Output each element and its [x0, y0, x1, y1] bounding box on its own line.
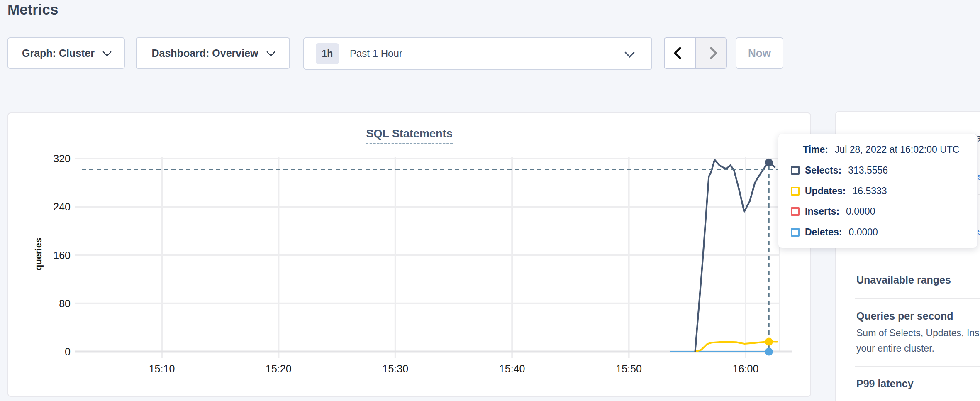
hover-dot-selects — [765, 159, 773, 166]
x-tick-label: 15:50 — [616, 363, 642, 374]
chevron-down-icon — [624, 47, 634, 57]
dashboard-dropdown[interactable]: Dashboard: Overview — [136, 37, 290, 69]
tooltip-series-value: 16.5333 — [852, 186, 887, 197]
tooltip-time-label: Time: — [803, 144, 828, 155]
tooltip-series-value: 0.0000 — [846, 206, 875, 217]
time-range-badge: 1h — [316, 43, 339, 64]
divider — [855, 366, 980, 367]
tooltip-series-label: Updates: — [805, 186, 846, 197]
x-tick-label: 15:30 — [383, 363, 409, 374]
x-tick-label: 15:40 — [499, 363, 525, 374]
chevron-down-icon — [266, 47, 275, 57]
x-tick-label: 15:10 — [149, 363, 175, 374]
series-swatch-icon — [791, 228, 800, 237]
tooltip-series-row: Inserts:0.0000 — [791, 206, 977, 217]
tooltip-time-row: Time: Jul 28, 2022 at 16:02:00 UTC — [803, 144, 977, 155]
tooltip-series-row: Updates:16.5333 — [791, 186, 977, 197]
divider — [855, 298, 980, 299]
hover-dot-updates — [765, 337, 773, 345]
chevron-down-icon — [102, 47, 112, 57]
tooltip-time-value: Jul 28, 2022 at 16:02:00 UTC — [835, 144, 959, 155]
tooltip-series-label: Inserts: — [805, 206, 839, 217]
qps-description-line2: your entire cluster. — [856, 341, 980, 356]
tooltip-series-label: Selects: — [805, 165, 841, 176]
series-swatch-icon — [791, 187, 800, 196]
chevron-left-icon — [673, 46, 686, 59]
hover-dot-deletes — [765, 348, 773, 356]
sql-statements-chart[interactable]: 15:1015:2015:3015:4015:5016:000801602403… — [8, 113, 812, 398]
sql-statements-card: SQL Statements queries 15:1015:2015:3015… — [7, 112, 811, 397]
summary-item-unavailable-ranges: Unavailable ranges — [856, 274, 951, 286]
next-range-button[interactable] — [695, 38, 726, 68]
time-range-selector[interactable]: 1h Past 1 Hour — [303, 37, 652, 70]
tooltip-series-row: Deletes:0.0000 — [791, 227, 977, 238]
summary-qps-description: Sum of Selects, Updates, Inser your enti… — [856, 325, 980, 356]
tooltip-series-label: Deletes: — [805, 227, 842, 238]
metrics-page: { "page": { "title": "Metrics" }, "toolb… — [0, 0, 980, 401]
y-tick-label: 0 — [65, 346, 71, 357]
graph-scope-label: Graph: Cluster — [22, 47, 95, 59]
time-nav-group — [664, 37, 727, 69]
tooltip-series-row: Selects:313.5556 — [791, 165, 977, 176]
chart-hover-tooltip: Time: Jul 28, 2022 at 16:02:00 UTC Selec… — [778, 134, 978, 248]
chevron-right-icon — [705, 46, 717, 59]
series-line-updates — [695, 342, 777, 352]
y-tick-label: 320 — [53, 153, 71, 164]
series-swatch-icon — [791, 166, 800, 175]
x-tick-label: 16:00 — [733, 363, 759, 374]
time-range-label: Past 1 Hour — [350, 48, 402, 59]
now-button[interactable]: Now — [736, 37, 783, 69]
previous-range-button[interactable] — [665, 38, 695, 68]
y-tick-label: 80 — [59, 298, 71, 309]
tooltip-series-value: 313.5556 — [848, 165, 888, 176]
x-tick-label: 15:20 — [266, 363, 292, 374]
page-title: Metrics — [7, 0, 59, 19]
qps-description-line1: Sum of Selects, Updates, Inser — [856, 325, 980, 341]
summary-item-qps: Queries per second — [856, 310, 953, 322]
series-swatch-icon — [791, 207, 800, 216]
dashboard-label: Dashboard: Overview — [151, 47, 258, 59]
summary-link-fragment[interactable]: s — [978, 226, 980, 237]
graph-scope-dropdown[interactable]: Graph: Cluster — [7, 37, 125, 69]
tooltip-series-value: 0.0000 — [848, 227, 878, 238]
divider — [855, 262, 980, 262]
summary-item-p99-latency: P99 latency — [856, 378, 914, 390]
summary-link-fragment[interactable]: s — [978, 171, 980, 182]
y-tick-label: 160 — [53, 249, 71, 261]
y-tick-label: 240 — [53, 201, 71, 213]
